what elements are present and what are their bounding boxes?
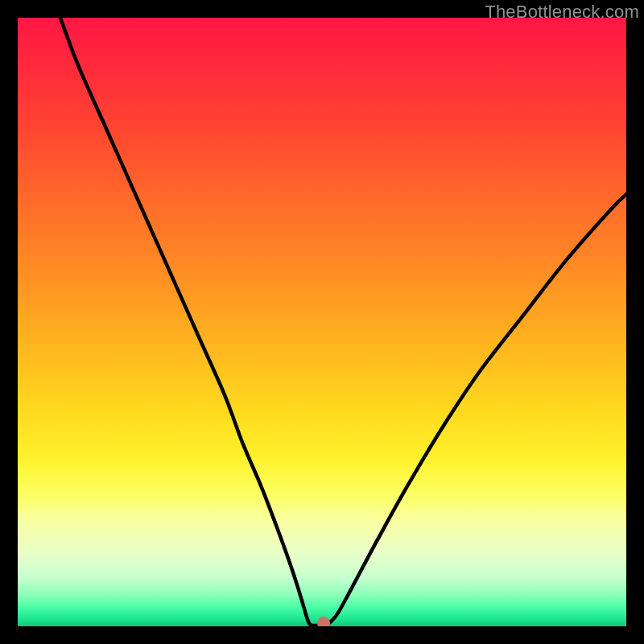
plot-area [18,18,626,626]
bottleneck-curve [18,18,626,626]
optimum-marker [317,617,330,626]
chart-frame: TheBottleneck.com [0,0,644,644]
watermark-text: TheBottleneck.com [485,2,639,23]
